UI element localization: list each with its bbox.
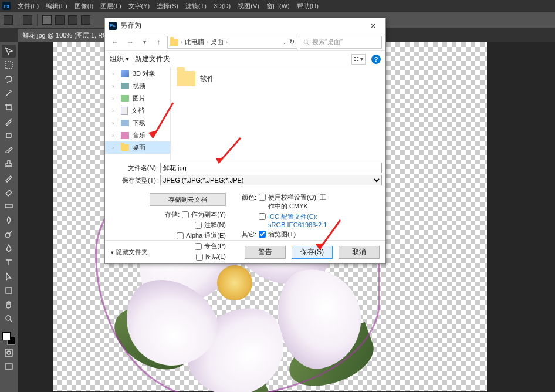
tree-item-music[interactable]: ›音乐 — [105, 129, 170, 141]
menu-filter[interactable]: 滤镜(T) — [182, 2, 210, 11]
opt-as-copy[interactable] — [182, 211, 189, 218]
tool-screenmode[interactable] — [2, 360, 16, 373]
file-item-folder[interactable]: 软件 — [177, 71, 214, 86]
tree-item-3d[interactable]: ›3D 对象 — [105, 67, 170, 80]
tool-type[interactable] — [2, 256, 16, 269]
hide-folders-toggle[interactable]: ▾隐藏文件夹 — [111, 248, 148, 256]
tool-shape[interactable] — [2, 284, 16, 297]
help-icon[interactable]: ? — [371, 55, 381, 64]
tool-eyedropper[interactable] — [2, 115, 16, 128]
tool-stamp[interactable] — [2, 157, 16, 170]
ps-logo-icon: Ps — [109, 22, 117, 30]
tree-item-videos[interactable]: ›视频 — [105, 80, 170, 92]
path-dropdown-icon[interactable]: ⌄ — [282, 39, 287, 45]
svg-point-5 — [6, 316, 11, 320]
tree-item-label: 下载 — [133, 119, 145, 127]
nav-forward-button[interactable]: → — [124, 36, 137, 49]
opt-mode-2[interactable] — [55, 15, 65, 25]
tool-blur[interactable] — [2, 214, 16, 227]
tree-item-documents[interactable]: ›文档 — [105, 104, 170, 117]
path-root[interactable]: 此电脑 — [185, 38, 204, 46]
tool-pen[interactable] — [2, 242, 16, 255]
svg-point-7 — [7, 351, 11, 354]
organize-button[interactable]: 组织 ▾ — [110, 54, 129, 64]
menu-window[interactable]: 窗口(W) — [263, 2, 293, 11]
tool-colors[interactable] — [2, 332, 15, 345]
menu-view[interactable]: 视图(V) — [234, 2, 263, 11]
menu-file[interactable]: 文件(F) — [14, 2, 42, 11]
opt-alpha[interactable] — [177, 232, 184, 239]
nav-path[interactable]: › 此电脑 › 桌面 › ⌄ ↻ — [167, 36, 297, 49]
tree-item-downloads[interactable]: ›下载 — [105, 117, 170, 129]
menu-3d[interactable]: 3D(D) — [210, 2, 234, 9]
opt-icc[interactable] — [259, 213, 266, 220]
tool-lasso[interactable] — [2, 73, 16, 86]
store-label: 存储: — [155, 210, 180, 219]
fg-color-swatch[interactable] — [2, 332, 11, 340]
menu-select[interactable]: 选择(S) — [153, 2, 182, 11]
tree-item-pictures[interactable]: ›图片 — [105, 92, 170, 104]
tool-wand[interactable] — [2, 87, 16, 100]
opt-mode-1[interactable] — [42, 15, 52, 25]
svg-line-10 — [307, 43, 309, 45]
tool-zoom[interactable] — [2, 312, 16, 325]
dialog-titlebar[interactable]: Ps 另存为 × — [105, 18, 385, 33]
opt-home-icon[interactable] — [4, 15, 13, 25]
menu-image[interactable]: 图像(I) — [71, 2, 97, 11]
cancel-button[interactable]: 取消 — [339, 246, 380, 259]
nav-up-button[interactable]: ↑ — [152, 36, 165, 49]
nav-refresh-icon[interactable]: ↻ — [289, 38, 295, 46]
save-as-dialog: Ps 另存为 × ← → ▾ ↑ › 此电脑 › 桌面 › ⌄ ↻ 搜索"桌面"… — [104, 18, 386, 264]
filetype-select[interactable]: JPEG (*.JPG;*.JPEG;*.JPE) — [160, 175, 382, 185]
file-view[interactable]: 软件 — [171, 67, 385, 160]
tree-item-desktop[interactable]: ›桌面 — [105, 141, 170, 154]
menu-type[interactable]: 文字(Y) — [125, 2, 154, 11]
tool-dodge[interactable] — [2, 228, 16, 241]
menu-edit[interactable]: 编辑(E) — [42, 2, 71, 11]
opt-label: 作为副本(Y) — [191, 210, 226, 219]
svg-point-3 — [5, 233, 10, 238]
newfolder-button[interactable]: 新建文件夹 — [135, 54, 170, 64]
document-tab-title: 鲜花.jpg @ 100% (图层 1, RGB/8 — [22, 32, 117, 39]
tool-move[interactable] — [2, 45, 16, 58]
tool-marquee[interactable] — [2, 59, 16, 72]
tool-quickmask[interactable] — [2, 346, 16, 359]
path-current[interactable]: 桌面 — [211, 38, 224, 46]
dialog-close-button[interactable]: × — [364, 21, 382, 31]
nav-search[interactable]: 搜索"桌面" — [300, 36, 382, 49]
filename-label: 文件名(N): — [109, 164, 160, 173]
folder-tree[interactable]: ›3D 对象 ›视频 ›图片 ›文档 ›下载 ›音乐 ›桌面 — [105, 67, 171, 160]
warn-button[interactable]: 警告 — [245, 246, 286, 259]
tool-crop[interactable] — [2, 101, 16, 114]
tool-gradient[interactable] — [2, 200, 16, 212]
tool-brush[interactable] — [2, 143, 16, 156]
opt-mode-3[interactable] — [68, 15, 77, 25]
opt-mode-4[interactable] — [81, 15, 90, 25]
view-mode-button[interactable]: ☷ ▾ — [351, 54, 366, 65]
menu-layer[interactable]: 图层(L) — [97, 2, 124, 11]
opt-notes[interactable] — [195, 222, 202, 229]
opt-thumbnail[interactable] — [259, 231, 266, 238]
filename-input[interactable] — [160, 163, 382, 173]
tool-hand[interactable] — [2, 298, 16, 311]
tool-path-select[interactable] — [2, 270, 16, 283]
tool-eraser[interactable] — [2, 185, 16, 198]
tree-item-label: 桌面 — [133, 143, 145, 152]
menu-help[interactable]: 帮助(H) — [293, 2, 322, 11]
dialog-title: 另存为 — [120, 21, 364, 31]
save-button[interactable]: 保存(S) — [292, 246, 333, 259]
svg-rect-6 — [5, 349, 12, 356]
dialog-footer: ▾隐藏文件夹 警告 保存(S) 取消 — [105, 240, 385, 263]
save-to-cloud-button[interactable]: 存储到云文档 — [150, 193, 226, 206]
svg-rect-8 — [5, 364, 12, 369]
opt-label: 使用校样设置(O): 工 — [268, 194, 326, 201]
opt-proof[interactable] — [259, 194, 266, 201]
opt-label-link: sRGB IEC61966-2.1 — [268, 221, 327, 228]
tool-history-brush[interactable] — [2, 171, 16, 184]
tree-item-label: 视频 — [133, 82, 145, 90]
nav-back-button[interactable]: ← — [109, 36, 121, 49]
tool-heal[interactable] — [2, 129, 16, 142]
opt-tool-preset[interactable] — [23, 15, 32, 25]
chevron-right-icon: › — [207, 39, 208, 45]
nav-recent-button[interactable]: ▾ — [139, 36, 150, 49]
